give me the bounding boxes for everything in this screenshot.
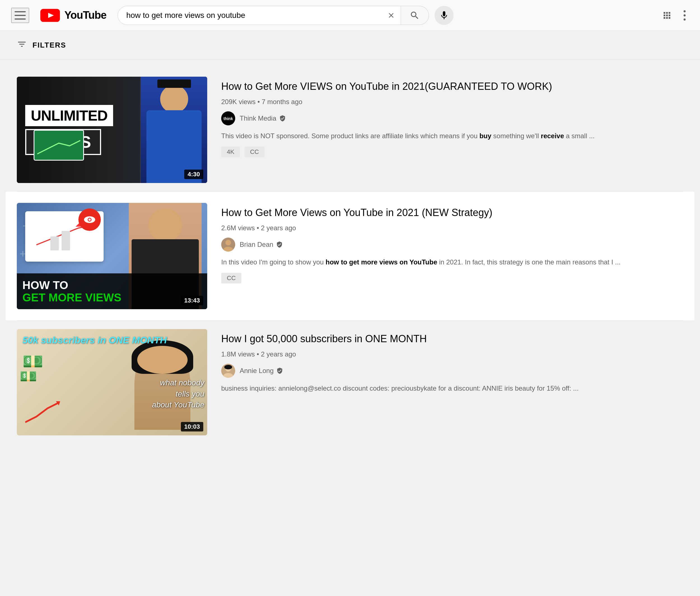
thumb-50k-text: 50k subscribers in ONE MONTH [17, 335, 207, 345]
thumbnail-3[interactable]: 💵 💵 50k subscribers in ONE MONTH what no… [17, 329, 207, 435]
duration-badge-3: 10:03 [181, 422, 203, 432]
video-meta-1: 209K views • 7 months ago [221, 98, 683, 106]
tag-cc-2[interactable]: CC [221, 273, 241, 283]
svg-point-12 [89, 218, 91, 221]
video-info-1: How to Get More VIEWS on YouTube in 2021… [221, 77, 683, 183]
yt-logo-icon [40, 8, 60, 22]
search-input[interactable] [118, 6, 382, 25]
menu-button[interactable] [11, 8, 29, 23]
thumb-chart-arrow-3 [25, 400, 61, 427]
desc-bold-3: how to get more views on YouTube [326, 258, 438, 266]
more-options-button[interactable] [680, 6, 689, 24]
yt-logo-text: YouTube [65, 9, 106, 21]
verified-icon-1 [279, 115, 286, 122]
tag-cc-1[interactable]: CC [245, 147, 265, 157]
video-info-3: How I got 50,000 subscribers in ONE MONT… [221, 329, 683, 435]
search-submit-button[interactable] [401, 6, 429, 25]
video-result-3[interactable]: 💵 💵 50k subscribers in ONE MONTH what no… [17, 321, 683, 444]
filters-icon [17, 39, 27, 51]
svg-rect-9 [61, 231, 70, 251]
channel-row-1[interactable]: think Think Media [221, 111, 683, 125]
thumb-chart [33, 130, 84, 161]
video-title-2: How to Get More Views on YouTube in 2021… [221, 206, 683, 219]
video-info-2: How to Get More Views on YouTube in 2021… [221, 203, 683, 309]
video-result-1[interactable]: UNLIMITED VIEWS ↗ 4: [17, 68, 683, 191]
svg-point-2 [683, 10, 685, 12]
svg-text:think: think [223, 117, 233, 121]
video-meta-3: 1.8M views • 2 years ago [221, 350, 683, 358]
filters-bar[interactable]: FILTERS [0, 31, 700, 60]
search-results: UNLIMITED VIEWS ↗ 4: [0, 60, 700, 452]
channel-name-3: Annie Long [240, 367, 283, 375]
channel-row-2[interactable]: Brian Dean [221, 238, 683, 252]
search-area [118, 6, 454, 25]
thumb-eye-badge [78, 208, 101, 231]
tag-badges-2: CC [221, 273, 683, 283]
svg-point-20 [224, 365, 232, 369]
video-description-3: business inquiries: annielong@select.co … [221, 383, 683, 393]
verified-icon-2 [276, 241, 283, 248]
search-clear-button[interactable] [382, 6, 401, 25]
svg-rect-8 [50, 236, 59, 251]
thumb-nobody-text: what nobodytells youabout YouTube [152, 377, 204, 410]
desc-bold-2: receive [541, 132, 564, 139]
youtube-logo[interactable]: YouTube [40, 8, 106, 22]
thumb-image-3: 💵 💵 50k subscribers in ONE MONTH what no… [17, 329, 207, 435]
video-meta-2: 2.6M views • 2 years ago [221, 224, 683, 232]
tag-4k[interactable]: 4K [221, 147, 240, 157]
header: YouTube [0, 0, 700, 31]
thumbnail-2[interactable]: + + [17, 203, 207, 309]
svg-point-14 [225, 240, 231, 245]
hamburger-line [15, 15, 26, 16]
channel-avatar-2 [221, 238, 235, 252]
tag-badges-1: 4K CC [221, 147, 683, 157]
search-bar [118, 6, 401, 25]
thumb-text-unlimited: UNLIMITED [25, 105, 113, 126]
thumb-money-emoji-2: 💵 [20, 368, 37, 385]
video-result-2[interactable]: + + [6, 192, 694, 320]
channel-avatar-3 [221, 364, 235, 378]
apps-button[interactable] [659, 7, 675, 23]
svg-point-4 [683, 19, 685, 20]
thumb-howto: HOW TO [22, 279, 202, 291]
svg-point-3 [683, 14, 685, 16]
video-description-2: In this video I'm going to show you how … [221, 257, 683, 267]
channel-row-3[interactable]: Annie Long [221, 364, 683, 378]
video-title-3: How I got 50,000 subscribers in ONE MONT… [221, 332, 683, 346]
thumb-text-area-2: HOW TO GET MORE VIEWS [17, 274, 207, 309]
thumb-getmore: GET MORE VIEWS [22, 291, 202, 304]
mic-button[interactable] [434, 6, 454, 25]
header-right [659, 6, 689, 24]
video-title-1: How to Get More VIEWS on YouTube in 2021… [221, 79, 683, 94]
video-description-1: This video is NOT sponsored. Some produc… [221, 131, 683, 141]
thumb-person-area [140, 77, 207, 183]
duration-badge-1: 4:30 [184, 170, 203, 179]
verified-icon-3 [276, 367, 283, 374]
thumb-image-1: UNLIMITED VIEWS ↗ [17, 77, 207, 183]
filters-label: FILTERS [32, 41, 66, 50]
desc-bold-1: buy [479, 132, 492, 139]
channel-name-2: Brian Dean [240, 241, 283, 249]
thumbnail-1[interactable]: UNLIMITED VIEWS ↗ 4: [17, 77, 207, 183]
channel-name-1: Think Media [240, 114, 286, 122]
hamburger-line [15, 19, 26, 20]
thumb-image-2: + + [17, 203, 207, 309]
hamburger-line [15, 11, 26, 12]
duration-badge-2: 13:43 [181, 296, 203, 305]
channel-avatar-1: think [221, 111, 235, 125]
